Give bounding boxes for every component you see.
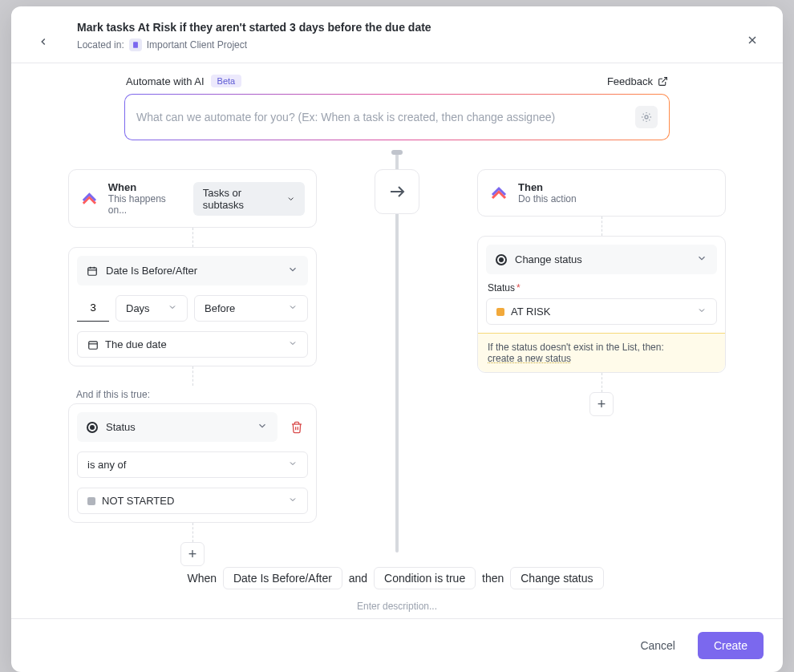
ai-label: Automate with AI xyxy=(126,75,205,87)
condition-value-label: NOT STARTED xyxy=(102,495,174,507)
ai-input-container xyxy=(124,94,670,140)
status-warning-box: If the status doesn't exist in the List,… xyxy=(478,333,725,372)
chevron-down-icon xyxy=(697,306,707,315)
scope-selector[interactable]: Tasks or subtasks xyxy=(193,182,305,216)
automation-title: Mark tasks At Risk if they aren't starte… xyxy=(77,21,760,34)
clickup-spark-icon xyxy=(489,184,508,203)
sparkle-icon xyxy=(640,111,653,123)
when-title: When xyxy=(108,181,184,193)
chevron-down-icon xyxy=(696,253,707,264)
trigger-column: When This happens on... Tasks or subtask… xyxy=(68,169,317,566)
scope-label: Tasks or subtasks xyxy=(203,187,282,211)
trigger-type-selector[interactable]: Date Is Before/After xyxy=(77,256,308,285)
cancel-button[interactable]: Cancel xyxy=(630,633,685,658)
add-action-button[interactable]: + xyxy=(589,392,614,416)
condition-value-selector[interactable]: NOT STARTED xyxy=(77,488,308,514)
create-status-link[interactable]: create a new status xyxy=(488,353,571,364)
delete-condition-button[interactable] xyxy=(286,416,308,439)
days-number-input[interactable] xyxy=(77,298,109,322)
chevron-down-icon xyxy=(288,338,298,348)
clickup-spark-icon xyxy=(80,189,99,208)
date-field-label: The due date xyxy=(105,338,167,350)
list-icon xyxy=(129,38,142,51)
trigger-type-label: Date Is Before/After xyxy=(106,265,197,277)
when-header-card: When This happens on... Tasks or subtask… xyxy=(68,169,317,228)
add-condition-button[interactable]: + xyxy=(180,542,205,566)
action-block: Change status Status* AT RISK xyxy=(477,236,726,373)
divider-handle[interactable] xyxy=(391,150,403,155)
condition-block: Status is any of xyxy=(68,403,317,523)
create-button[interactable]: Create xyxy=(698,632,764,659)
condition-field-selector[interactable]: Status xyxy=(77,412,277,442)
condition-field-label: Status xyxy=(106,421,136,433)
condition-operator-label: is any of xyxy=(87,459,126,471)
condition-operator-selector[interactable]: is any of xyxy=(77,451,308,478)
chevron-down-icon xyxy=(168,302,177,312)
chevron-down-icon xyxy=(288,459,298,468)
chevron-down-icon xyxy=(257,420,268,431)
summary-condition-chip[interactable]: Condition is true xyxy=(374,567,476,589)
status-action-icon xyxy=(496,254,507,265)
external-link-icon xyxy=(658,76,668,87)
svg-point-4 xyxy=(645,115,648,119)
status-field-icon xyxy=(87,422,98,433)
svg-line-3 xyxy=(662,77,666,82)
chevron-down-icon xyxy=(287,264,298,275)
trash-icon xyxy=(290,421,303,434)
location-breadcrumb: Located in: Important Client Project xyxy=(77,38,760,51)
ai-submit-button[interactable] xyxy=(635,106,658,128)
svg-rect-6 xyxy=(88,267,97,274)
summary-then: then xyxy=(482,572,504,585)
modal-header: Mark tasks At Risk if they aren't starte… xyxy=(11,6,783,63)
relation-label: Before xyxy=(205,302,235,314)
feedback-link[interactable]: Feedback xyxy=(607,75,668,87)
required-indicator: * xyxy=(517,282,521,293)
relation-selector[interactable]: Before xyxy=(194,295,308,322)
back-button[interactable] xyxy=(34,32,53,51)
action-column: Then Do this action Change status Status… xyxy=(477,169,726,416)
trigger-block: Date Is Before/After Days Before xyxy=(68,247,317,366)
feedback-text: Feedback xyxy=(607,75,653,87)
modal-footer: Cancel Create xyxy=(11,618,783,672)
date-field-selector[interactable]: The due date xyxy=(77,331,308,358)
located-name[interactable]: Important Client Project xyxy=(147,39,247,51)
flow-arrow xyxy=(375,169,419,214)
svg-rect-10 xyxy=(89,341,98,348)
chevron-down-icon xyxy=(286,194,295,204)
close-button[interactable] xyxy=(741,29,764,51)
chevron-down-icon xyxy=(288,302,298,312)
status-field-label: Status xyxy=(488,282,515,293)
status-color-swatch xyxy=(87,497,95,505)
status-value-label: AT RISK xyxy=(511,306,550,318)
status-color-swatch xyxy=(496,308,504,316)
beta-badge: Beta xyxy=(211,75,242,87)
summary-when: When xyxy=(187,572,217,585)
then-subtitle: Do this action xyxy=(518,193,577,204)
warn-text: If the status doesn't exist in the List,… xyxy=(488,342,664,353)
then-header-card: Then Do this action xyxy=(477,169,726,217)
calendar-icon xyxy=(87,339,99,350)
calendar-icon xyxy=(87,265,98,277)
unit-label: Days xyxy=(126,302,150,314)
automation-canvas: When This happens on... Tasks or subtask… xyxy=(68,152,726,553)
condition-intro-label: And if this is true: xyxy=(68,386,317,403)
ai-prompt-input[interactable] xyxy=(136,111,627,123)
summary-action-chip[interactable]: Change status xyxy=(510,567,603,589)
svg-rect-0 xyxy=(133,42,138,48)
when-subtitle: This happens on... xyxy=(108,193,184,216)
located-prefix: Located in: xyxy=(77,39,124,51)
description-input[interactable]: Enter description... xyxy=(34,601,760,612)
modal-body: Automate with AI Beta Feedback xyxy=(11,63,783,618)
then-title: Then xyxy=(518,181,577,193)
action-type-label: Change status xyxy=(515,253,582,265)
unit-selector[interactable]: Days xyxy=(115,295,188,322)
summary-and: and xyxy=(349,572,367,585)
automation-modal: Mark tasks At Risk if they aren't starte… xyxy=(11,6,783,672)
action-type-selector[interactable]: Change status xyxy=(486,245,717,274)
summary-trigger-chip[interactable]: Date Is Before/After xyxy=(223,567,342,589)
status-value-selector[interactable]: AT RISK xyxy=(486,298,717,325)
chevron-down-icon xyxy=(288,495,298,504)
